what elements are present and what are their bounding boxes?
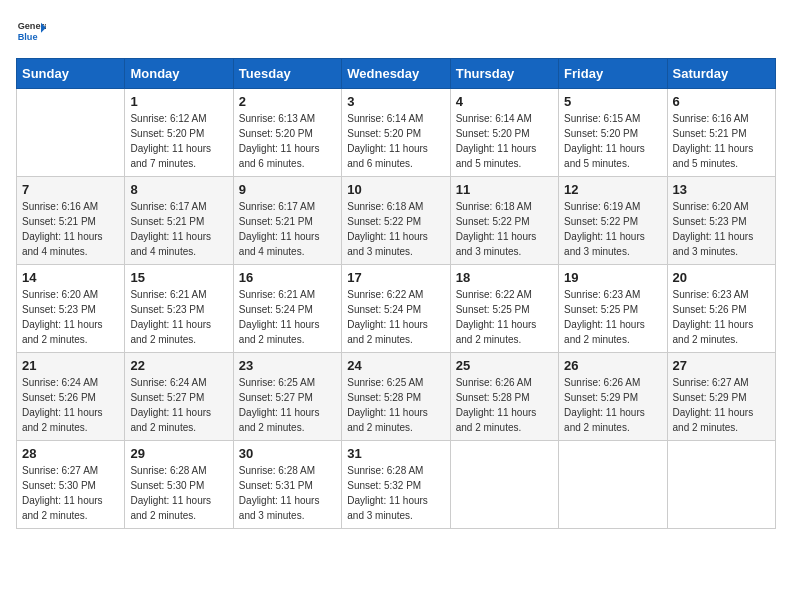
page-header: General Blue — [16, 16, 776, 46]
day-number: 6 — [673, 94, 770, 109]
weekday-friday: Friday — [559, 59, 667, 89]
day-number: 26 — [564, 358, 661, 373]
calendar-cell: 22Sunrise: 6:24 AMSunset: 5:27 PMDayligh… — [125, 353, 233, 441]
weekday-monday: Monday — [125, 59, 233, 89]
week-row-0: 1Sunrise: 6:12 AMSunset: 5:20 PMDaylight… — [17, 89, 776, 177]
day-number: 3 — [347, 94, 444, 109]
day-info: Sunrise: 6:19 AMSunset: 5:22 PMDaylight:… — [564, 199, 661, 259]
day-info: Sunrise: 6:14 AMSunset: 5:20 PMDaylight:… — [347, 111, 444, 171]
calendar-cell: 11Sunrise: 6:18 AMSunset: 5:22 PMDayligh… — [450, 177, 558, 265]
week-row-3: 21Sunrise: 6:24 AMSunset: 5:26 PMDayligh… — [17, 353, 776, 441]
calendar-cell — [667, 441, 775, 529]
day-info: Sunrise: 6:22 AMSunset: 5:25 PMDaylight:… — [456, 287, 553, 347]
calendar-body: 1Sunrise: 6:12 AMSunset: 5:20 PMDaylight… — [17, 89, 776, 529]
day-info: Sunrise: 6:25 AMSunset: 5:27 PMDaylight:… — [239, 375, 336, 435]
day-info: Sunrise: 6:24 AMSunset: 5:27 PMDaylight:… — [130, 375, 227, 435]
day-info: Sunrise: 6:27 AMSunset: 5:29 PMDaylight:… — [673, 375, 770, 435]
calendar-cell: 31Sunrise: 6:28 AMSunset: 5:32 PMDayligh… — [342, 441, 450, 529]
logo: General Blue — [16, 16, 46, 46]
week-row-1: 7Sunrise: 6:16 AMSunset: 5:21 PMDaylight… — [17, 177, 776, 265]
calendar-cell — [17, 89, 125, 177]
day-number: 18 — [456, 270, 553, 285]
calendar-cell: 12Sunrise: 6:19 AMSunset: 5:22 PMDayligh… — [559, 177, 667, 265]
calendar-cell: 8Sunrise: 6:17 AMSunset: 5:21 PMDaylight… — [125, 177, 233, 265]
day-info: Sunrise: 6:18 AMSunset: 5:22 PMDaylight:… — [456, 199, 553, 259]
calendar-cell: 1Sunrise: 6:12 AMSunset: 5:20 PMDaylight… — [125, 89, 233, 177]
day-number: 20 — [673, 270, 770, 285]
day-number: 17 — [347, 270, 444, 285]
day-info: Sunrise: 6:15 AMSunset: 5:20 PMDaylight:… — [564, 111, 661, 171]
calendar-cell: 16Sunrise: 6:21 AMSunset: 5:24 PMDayligh… — [233, 265, 341, 353]
day-number: 10 — [347, 182, 444, 197]
calendar-cell: 2Sunrise: 6:13 AMSunset: 5:20 PMDaylight… — [233, 89, 341, 177]
weekday-wednesday: Wednesday — [342, 59, 450, 89]
calendar-cell: 14Sunrise: 6:20 AMSunset: 5:23 PMDayligh… — [17, 265, 125, 353]
day-info: Sunrise: 6:28 AMSunset: 5:31 PMDaylight:… — [239, 463, 336, 523]
calendar-cell: 30Sunrise: 6:28 AMSunset: 5:31 PMDayligh… — [233, 441, 341, 529]
day-number: 25 — [456, 358, 553, 373]
day-info: Sunrise: 6:23 AMSunset: 5:25 PMDaylight:… — [564, 287, 661, 347]
calendar-cell: 28Sunrise: 6:27 AMSunset: 5:30 PMDayligh… — [17, 441, 125, 529]
day-number: 14 — [22, 270, 119, 285]
day-number: 22 — [130, 358, 227, 373]
calendar-cell — [450, 441, 558, 529]
calendar-cell: 23Sunrise: 6:25 AMSunset: 5:27 PMDayligh… — [233, 353, 341, 441]
calendar-cell: 24Sunrise: 6:25 AMSunset: 5:28 PMDayligh… — [342, 353, 450, 441]
day-info: Sunrise: 6:24 AMSunset: 5:26 PMDaylight:… — [22, 375, 119, 435]
day-number: 31 — [347, 446, 444, 461]
day-number: 9 — [239, 182, 336, 197]
day-number: 21 — [22, 358, 119, 373]
weekday-sunday: Sunday — [17, 59, 125, 89]
calendar-cell — [559, 441, 667, 529]
day-number: 27 — [673, 358, 770, 373]
calendar-cell: 17Sunrise: 6:22 AMSunset: 5:24 PMDayligh… — [342, 265, 450, 353]
day-number: 15 — [130, 270, 227, 285]
day-info: Sunrise: 6:22 AMSunset: 5:24 PMDaylight:… — [347, 287, 444, 347]
day-info: Sunrise: 6:14 AMSunset: 5:20 PMDaylight:… — [456, 111, 553, 171]
calendar-cell: 29Sunrise: 6:28 AMSunset: 5:30 PMDayligh… — [125, 441, 233, 529]
day-number: 4 — [456, 94, 553, 109]
calendar-cell: 18Sunrise: 6:22 AMSunset: 5:25 PMDayligh… — [450, 265, 558, 353]
day-info: Sunrise: 6:16 AMSunset: 5:21 PMDaylight:… — [22, 199, 119, 259]
calendar-cell: 27Sunrise: 6:27 AMSunset: 5:29 PMDayligh… — [667, 353, 775, 441]
day-number: 5 — [564, 94, 661, 109]
calendar-cell: 6Sunrise: 6:16 AMSunset: 5:21 PMDaylight… — [667, 89, 775, 177]
day-number: 28 — [22, 446, 119, 461]
calendar-cell: 5Sunrise: 6:15 AMSunset: 5:20 PMDaylight… — [559, 89, 667, 177]
day-number: 24 — [347, 358, 444, 373]
day-number: 1 — [130, 94, 227, 109]
day-info: Sunrise: 6:26 AMSunset: 5:29 PMDaylight:… — [564, 375, 661, 435]
day-info: Sunrise: 6:25 AMSunset: 5:28 PMDaylight:… — [347, 375, 444, 435]
day-info: Sunrise: 6:28 AMSunset: 5:32 PMDaylight:… — [347, 463, 444, 523]
day-info: Sunrise: 6:17 AMSunset: 5:21 PMDaylight:… — [130, 199, 227, 259]
day-number: 8 — [130, 182, 227, 197]
day-number: 16 — [239, 270, 336, 285]
weekday-tuesday: Tuesday — [233, 59, 341, 89]
day-number: 23 — [239, 358, 336, 373]
day-number: 7 — [22, 182, 119, 197]
calendar-cell: 21Sunrise: 6:24 AMSunset: 5:26 PMDayligh… — [17, 353, 125, 441]
calendar-cell: 20Sunrise: 6:23 AMSunset: 5:26 PMDayligh… — [667, 265, 775, 353]
day-info: Sunrise: 6:13 AMSunset: 5:20 PMDaylight:… — [239, 111, 336, 171]
day-info: Sunrise: 6:21 AMSunset: 5:24 PMDaylight:… — [239, 287, 336, 347]
calendar-cell: 13Sunrise: 6:20 AMSunset: 5:23 PMDayligh… — [667, 177, 775, 265]
calendar-cell: 26Sunrise: 6:26 AMSunset: 5:29 PMDayligh… — [559, 353, 667, 441]
day-info: Sunrise: 6:28 AMSunset: 5:30 PMDaylight:… — [130, 463, 227, 523]
calendar-cell: 7Sunrise: 6:16 AMSunset: 5:21 PMDaylight… — [17, 177, 125, 265]
day-number: 12 — [564, 182, 661, 197]
day-info: Sunrise: 6:20 AMSunset: 5:23 PMDaylight:… — [673, 199, 770, 259]
day-number: 2 — [239, 94, 336, 109]
weekday-saturday: Saturday — [667, 59, 775, 89]
calendar-cell: 3Sunrise: 6:14 AMSunset: 5:20 PMDaylight… — [342, 89, 450, 177]
svg-text:Blue: Blue — [18, 32, 38, 42]
day-info: Sunrise: 6:26 AMSunset: 5:28 PMDaylight:… — [456, 375, 553, 435]
day-info: Sunrise: 6:21 AMSunset: 5:23 PMDaylight:… — [130, 287, 227, 347]
day-number: 13 — [673, 182, 770, 197]
logo-icon: General Blue — [16, 16, 46, 46]
day-info: Sunrise: 6:20 AMSunset: 5:23 PMDaylight:… — [22, 287, 119, 347]
day-number: 19 — [564, 270, 661, 285]
calendar-cell: 10Sunrise: 6:18 AMSunset: 5:22 PMDayligh… — [342, 177, 450, 265]
day-number: 29 — [130, 446, 227, 461]
day-number: 30 — [239, 446, 336, 461]
calendar-cell: 25Sunrise: 6:26 AMSunset: 5:28 PMDayligh… — [450, 353, 558, 441]
